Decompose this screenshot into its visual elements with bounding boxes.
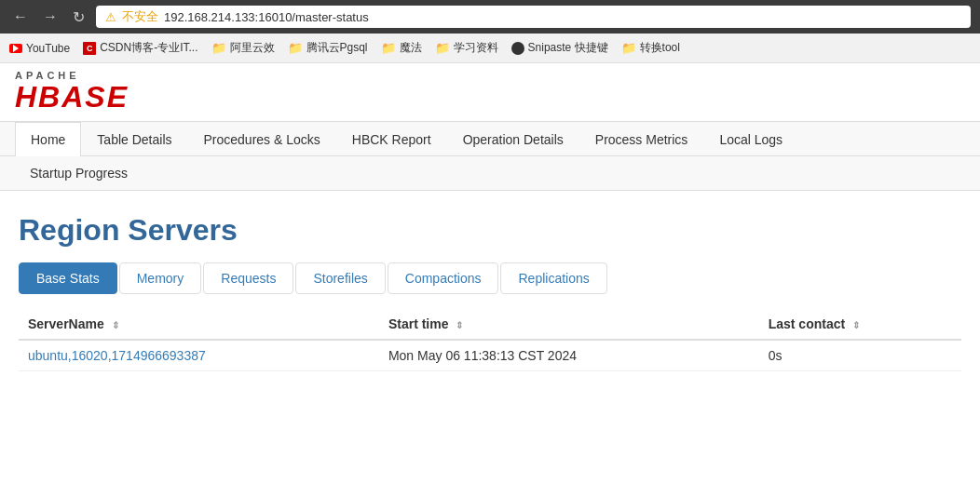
- sort-icon-start-time: ⇕: [456, 320, 463, 330]
- bookmark-youtube[interactable]: YouTube: [9, 42, 70, 55]
- url-text: 192.168.214.133:16010/master-status: [164, 10, 369, 24]
- nav-tabs-row2: Startup Progress: [0, 156, 980, 191]
- bookmark-tencent[interactable]: 📁 腾讯云Pgsql: [288, 40, 368, 56]
- browser-chrome: ← → ↻ ⚠ 不安全 192.168.214.133:16010/master…: [0, 0, 980, 34]
- folder-icon-aliyun: 📁: [211, 41, 226, 55]
- folder-icon-tencent: 📁: [288, 41, 303, 55]
- bookmark-convert-label: 转换tool: [640, 40, 680, 56]
- tab-home[interactable]: Home: [15, 122, 81, 156]
- forward-button[interactable]: →: [39, 7, 61, 27]
- insecure-label: 不安全: [122, 8, 158, 25]
- folder-icon-study: 📁: [435, 41, 450, 55]
- hbase-logo: APACHE HBASE: [15, 71, 965, 114]
- bookmark-snipaste-label: Snipaste 快捷键: [528, 40, 608, 56]
- col-server-name-label: ServerName: [28, 316, 104, 331]
- col-start-time-label: Start time: [388, 316, 449, 331]
- cell-last-contact: 0s: [759, 340, 961, 371]
- hbase-header: APACHE HBASE: [0, 63, 980, 122]
- col-start-time[interactable]: Start time ⇕: [379, 309, 759, 340]
- table-row: ubuntu,16020,1714966693387 Mon May 06 11…: [19, 340, 961, 371]
- tab-hbck-report[interactable]: HBCK Report: [336, 122, 447, 156]
- pill-memory[interactable]: Memory: [119, 262, 202, 294]
- tab-process-metrics[interactable]: Process Metrics: [579, 122, 704, 156]
- pill-compactions[interactable]: Compactions: [388, 262, 499, 294]
- region-servers-title: Region Servers: [19, 213, 961, 248]
- sort-icon-server-name: ⇕: [112, 320, 119, 330]
- github-icon: [511, 42, 524, 55]
- bookmark-aliyun-label: 阿里云效: [230, 40, 275, 56]
- bookmarks-bar: YouTube C CSDN博客-专业IT... 📁 阿里云效 📁 腾讯云Pgs…: [0, 34, 980, 63]
- bookmark-csdn-label: CSDN博客-专业IT...: [100, 40, 197, 56]
- sort-icon-last-contact: ⇕: [852, 320, 860, 330]
- table-header-row: ServerName ⇕ Start time ⇕ Last contact ⇕: [19, 309, 961, 340]
- server-name-link[interactable]: ubuntu,16020,1714966693387: [28, 348, 206, 363]
- address-bar[interactable]: ⚠ 不安全 192.168.214.133:16010/master-statu…: [96, 6, 971, 28]
- tab-local-logs[interactable]: Local Logs: [703, 122, 798, 156]
- hbase-text: HBASE: [15, 81, 965, 114]
- pill-storefiles[interactable]: Storefiles: [295, 262, 385, 294]
- tab-table-details[interactable]: Table Details: [81, 122, 187, 156]
- main-content: Region Servers Base Stats Memory Request…: [0, 191, 980, 394]
- tab-pills: Base Stats Memory Requests Storefiles Co…: [19, 262, 961, 294]
- bookmark-magic[interactable]: 📁 魔法: [381, 40, 422, 56]
- col-last-contact[interactable]: Last contact ⇕: [759, 309, 961, 340]
- cell-start-time: Mon May 06 11:38:13 CST 2024: [379, 340, 759, 371]
- tab-startup-progress[interactable]: Startup Progress: [15, 156, 143, 190]
- back-button[interactable]: ←: [9, 7, 32, 27]
- folder-icon-magic: 📁: [381, 41, 396, 55]
- apache-text: APACHE: [15, 71, 965, 81]
- bookmark-study-label: 学习资料: [454, 40, 498, 56]
- pill-base-stats[interactable]: Base Stats: [19, 262, 117, 294]
- security-warning-icon: ⚠: [105, 10, 116, 24]
- bookmark-snipaste[interactable]: Snipaste 快捷键: [511, 40, 608, 56]
- col-last-contact-label: Last contact: [769, 316, 845, 331]
- pill-requests[interactable]: Requests: [203, 262, 293, 294]
- pill-replications[interactable]: Replications: [500, 262, 606, 294]
- bookmark-study[interactable]: 📁 学习资料: [435, 40, 498, 56]
- bookmark-convert[interactable]: 📁 转换tool: [621, 40, 680, 56]
- csdn-icon: C: [83, 42, 96, 55]
- tab-operation-details[interactable]: Operation Details: [447, 122, 579, 156]
- bookmark-tencent-label: 腾讯云Pgsql: [306, 40, 368, 56]
- youtube-icon: [9, 44, 22, 53]
- region-servers-table: ServerName ⇕ Start time ⇕ Last contact ⇕…: [19, 309, 961, 371]
- bookmark-magic-label: 魔法: [400, 40, 422, 56]
- bookmark-csdn[interactable]: C CSDN博客-专业IT...: [83, 40, 197, 56]
- tab-procedures-locks[interactable]: Procedures & Locks: [188, 122, 336, 156]
- col-server-name[interactable]: ServerName ⇕: [19, 309, 379, 340]
- nav-tabs-row1: Home Table Details Procedures & Locks HB…: [0, 122, 980, 156]
- bookmark-youtube-label: YouTube: [26, 42, 70, 55]
- folder-icon-convert: 📁: [621, 41, 636, 55]
- reload-button[interactable]: ↻: [69, 7, 88, 28]
- bookmark-aliyun[interactable]: 📁 阿里云效: [211, 40, 275, 56]
- cell-server-name: ubuntu,16020,1714966693387: [19, 340, 379, 371]
